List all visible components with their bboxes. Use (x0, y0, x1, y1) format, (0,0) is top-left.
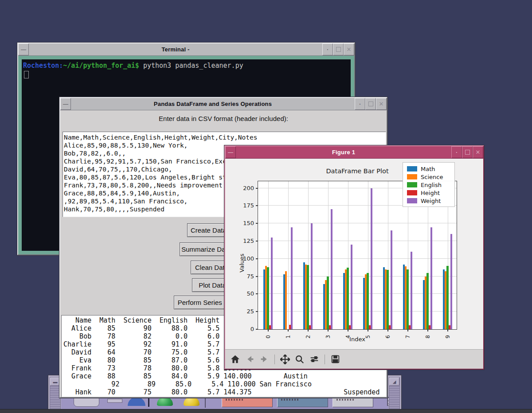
ytick: 175 (240, 202, 254, 209)
legend-label: English (421, 182, 442, 188)
minimized-window-icon[interactable] (107, 399, 122, 403)
menu-button[interactable]: · (355, 98, 365, 110)
ymark (256, 311, 258, 312)
ymark (256, 188, 258, 189)
bar (407, 269, 408, 329)
legend-swatch (407, 198, 417, 203)
ymark (256, 223, 258, 224)
xmark (268, 329, 269, 331)
ymark (256, 241, 258, 242)
bar (450, 234, 452, 329)
legend-swatch (407, 182, 417, 187)
scrollbar-thumb[interactable]: ◢ (389, 378, 399, 386)
xmark (328, 329, 329, 331)
screen-bottom-edge (0, 409, 532, 413)
xmark (308, 329, 309, 331)
pandas-titlebar[interactable]: — Pandas DataFrame and Series Operations… (60, 98, 387, 110)
bar (311, 223, 313, 329)
bar (426, 273, 428, 329)
y-axis-label: Values (239, 253, 245, 272)
xmark (407, 329, 408, 331)
prompt-host: Rocheston: (23, 62, 63, 70)
drawer-icon[interactable] (74, 397, 99, 407)
xmark (348, 329, 348, 331)
pan-icon[interactable] (280, 354, 290, 365)
close-button[interactable]: ✕ (344, 43, 354, 55)
bar (411, 252, 412, 329)
legend-item: Height (403, 189, 454, 197)
figure-toolbar (225, 349, 483, 369)
close-button[interactable]: ✕ (473, 146, 483, 158)
xmark (447, 329, 448, 331)
ytick: 75 (240, 273, 254, 280)
bar (430, 227, 432, 329)
ymark (256, 329, 258, 330)
chart-legend: MathScienceEnglishHeightWeight (403, 162, 455, 207)
ytick: 150 (240, 220, 254, 227)
legend-swatch (407, 190, 417, 195)
legend-label: Height (421, 190, 440, 196)
bar (267, 267, 269, 329)
legend-label: Science (421, 174, 443, 180)
xmark (288, 329, 289, 331)
figure-canvas: DataFrame Bar Plot 025507510012515017520… (225, 159, 483, 349)
xmark (368, 329, 368, 331)
legend-item: Weight (403, 197, 454, 205)
bar (307, 265, 309, 329)
yellow-sphere-icon[interactable] (184, 397, 200, 406)
bar (371, 188, 372, 329)
ymark (256, 205, 258, 206)
maximize-button[interactable] (333, 43, 344, 55)
legend-swatch (407, 166, 417, 171)
terminal-title: Terminal - (29, 43, 322, 55)
ymark (256, 276, 258, 277)
globe-icon[interactable] (128, 397, 145, 406)
xmark (427, 329, 428, 331)
toolbar-separator (274, 355, 275, 364)
bar (351, 245, 352, 329)
xmark (387, 329, 388, 331)
terminal-command: python3 pandas_cleaner.py (139, 62, 243, 70)
bar (331, 209, 332, 329)
back-icon[interactable] (244, 354, 255, 365)
vgrid (288, 181, 289, 329)
bar (271, 238, 273, 329)
green-sphere-icon[interactable] (157, 397, 173, 406)
back-window-right-scrollbar[interactable]: ◢ (389, 377, 400, 413)
ytick: 50 (240, 290, 254, 297)
save-icon[interactable] (330, 354, 340, 365)
minimize-button[interactable]: — (60, 98, 71, 110)
legend-swatch (407, 174, 417, 179)
pandas-title: Pandas DataFrame and Series Operations (71, 98, 355, 110)
bar (291, 227, 293, 329)
forward-icon[interactable] (259, 354, 270, 365)
home-icon[interactable] (230, 354, 240, 365)
prompt-path: ~/ai/python_for_ai$ (63, 62, 139, 70)
maximize-button[interactable] (365, 98, 376, 110)
menu-button[interactable]: · (451, 146, 462, 158)
bar (387, 270, 388, 329)
legend-label: Math (421, 166, 435, 172)
close-button[interactable]: ✕ (376, 98, 387, 110)
minimize-button[interactable]: — (225, 146, 236, 158)
bar (347, 268, 348, 329)
legend-label: Weight (421, 198, 441, 204)
ytick: 125 (240, 238, 254, 245)
maximize-button[interactable] (462, 146, 473, 158)
legend-item: Science (403, 173, 454, 181)
figure-window: — Figure 1 · ✕ DataFrame Bar Plot 025507… (224, 145, 485, 370)
csv-format-label: Enter data in CSV format (header include… (60, 115, 387, 122)
bar (327, 277, 329, 329)
ytick: 0 (240, 326, 254, 333)
zoom-icon[interactable] (294, 354, 305, 365)
terminal-cursor (24, 71, 29, 78)
terminal-titlebar[interactable]: — Terminal - · ✕ (18, 43, 354, 56)
ytick: 200 (240, 185, 254, 192)
bar (285, 271, 287, 329)
figure-titlebar[interactable]: — Figure 1 · ✕ (225, 146, 483, 159)
minimize-button[interactable]: — (18, 43, 29, 55)
menu-button[interactable]: · (322, 43, 333, 55)
subplots-icon[interactable] (309, 354, 320, 365)
figure-title: Figure 1 (236, 146, 451, 158)
bar (446, 266, 448, 329)
